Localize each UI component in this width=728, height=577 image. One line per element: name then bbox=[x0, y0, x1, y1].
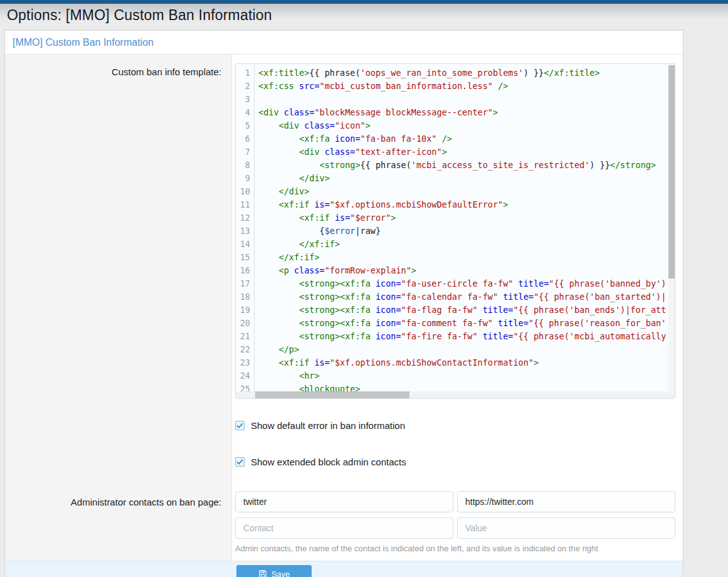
code-gutter: 1234567891011121314151617181920212223242… bbox=[236, 64, 255, 393]
option-row-show-default-error: Show default error in ban information bbox=[5, 399, 683, 435]
horizontal-scrollbar-thumb[interactable] bbox=[255, 391, 409, 398]
contacts-explain-text: Admin contacts, the name of the contact … bbox=[235, 544, 683, 553]
checkbox-show-default-error[interactable] bbox=[235, 421, 245, 430]
contact-row bbox=[235, 517, 683, 539]
form-footer: Save bbox=[5, 561, 683, 577]
options-panel: [MMO] Custom Ban Information Custom ban … bbox=[4, 30, 683, 577]
contact-row bbox=[235, 491, 683, 512]
save-button-label: Save bbox=[272, 569, 290, 577]
horizontal-scrollbar[interactable] bbox=[236, 391, 668, 398]
contact-name-input[interactable] bbox=[235, 517, 453, 539]
contact-value-input[interactable] bbox=[457, 491, 675, 512]
option-row-admin-contacts: Administrator contacts on ban page: Admi… bbox=[5, 471, 683, 561]
vertical-scrollbar-thumb[interactable] bbox=[668, 65, 675, 278]
floppy-disk-icon bbox=[258, 569, 267, 577]
page-header: Options: [MMO] Custom Ban Information bbox=[0, 4, 728, 30]
code-content[interactable]: <xf:title>{{ phrase('oops_we_ran_into_so… bbox=[255, 64, 675, 393]
code-editor[interactable]: 1234567891011121314151617181920212223242… bbox=[235, 63, 675, 399]
panel-title: [MMO] Custom Ban Information bbox=[5, 31, 683, 55]
option-row-template: Custom ban info template: 12345678910111… bbox=[5, 55, 683, 399]
contact-value-input[interactable] bbox=[457, 517, 675, 539]
checkbox-label[interactable]: Show extended block admin contacts bbox=[251, 457, 406, 467]
option-row-show-admin-contacts: Show extended block admin contacts bbox=[5, 435, 683, 471]
save-button[interactable]: Save bbox=[236, 565, 312, 577]
contact-name-input[interactable] bbox=[235, 491, 453, 512]
checkbox-show-admin-contacts[interactable] bbox=[235, 457, 245, 467]
checkbox-label[interactable]: Show default error in ban information bbox=[251, 420, 405, 431]
scrollbar-corner bbox=[668, 391, 675, 398]
page-title: Options: [MMO] Custom Ban Information bbox=[7, 7, 720, 24]
template-label: Custom ban info template: bbox=[5, 55, 232, 399]
contacts-label: Administrator contacts on ban page: bbox=[5, 471, 232, 561]
vertical-scrollbar[interactable] bbox=[668, 64, 675, 391]
